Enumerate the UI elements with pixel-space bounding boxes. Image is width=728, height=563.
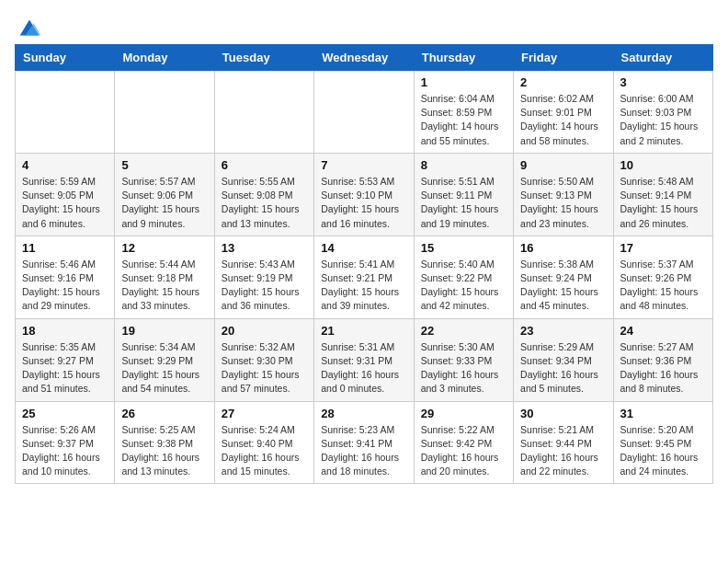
day-info: Sunrise: 5:23 AMSunset: 9:41 PMDaylight:… <box>321 423 406 479</box>
calendar-cell: 15Sunrise: 5:40 AMSunset: 9:22 PMDayligh… <box>414 236 513 318</box>
calendar-cell: 27Sunrise: 5:24 AMSunset: 9:40 PMDayligh… <box>214 401 313 484</box>
day-number: 13 <box>222 241 307 255</box>
day-number: 1 <box>421 75 506 89</box>
calendar-cell: 30Sunrise: 5:21 AMSunset: 9:44 PMDayligh… <box>514 401 613 484</box>
weekday-header-thursday: Thursday <box>414 45 513 71</box>
day-info: Sunrise: 6:00 AMSunset: 9:03 PMDaylight:… <box>620 92 706 148</box>
day-info: Sunrise: 5:31 AMSunset: 9:31 PMDaylight:… <box>321 340 406 396</box>
day-number: 24 <box>620 324 706 338</box>
day-number: 10 <box>620 158 706 172</box>
weekday-header-friday: Friday <box>514 45 613 71</box>
calendar-cell: 2Sunrise: 6:02 AMSunset: 9:01 PMDaylight… <box>514 71 613 154</box>
calendar-cell: 17Sunrise: 5:37 AMSunset: 9:26 PMDayligh… <box>613 236 712 318</box>
weekday-header-sunday: Sunday <box>16 45 115 71</box>
day-info: Sunrise: 5:53 AMSunset: 9:10 PMDaylight:… <box>321 175 406 231</box>
calendar-cell: 8Sunrise: 5:51 AMSunset: 9:11 PMDaylight… <box>414 153 513 236</box>
logo <box>15 15 42 37</box>
calendar-cell: 20Sunrise: 5:32 AMSunset: 9:30 PMDayligh… <box>214 318 313 401</box>
calendar-cell: 22Sunrise: 5:30 AMSunset: 9:33 PMDayligh… <box>414 318 513 401</box>
day-number: 5 <box>121 158 207 172</box>
day-number: 7 <box>321 158 406 172</box>
day-number: 6 <box>222 158 307 172</box>
calendar-cell <box>16 71 115 154</box>
calendar-table: SundayMondayTuesdayWednesdayThursdayFrid… <box>15 44 713 484</box>
weekday-header-tuesday: Tuesday <box>214 45 313 71</box>
day-info: Sunrise: 5:29 AMSunset: 9:34 PMDaylight:… <box>520 340 606 396</box>
week-row-2: 4Sunrise: 5:59 AMSunset: 9:05 PMDaylight… <box>16 153 713 236</box>
day-number: 16 <box>520 241 606 255</box>
calendar-cell: 4Sunrise: 5:59 AMSunset: 9:05 PMDaylight… <box>16 153 115 236</box>
day-number: 20 <box>222 324 307 338</box>
day-info: Sunrise: 5:55 AMSunset: 9:08 PMDaylight:… <box>222 175 307 231</box>
day-number: 28 <box>321 407 406 420</box>
day-info: Sunrise: 5:24 AMSunset: 9:40 PMDaylight:… <box>222 423 307 479</box>
day-number: 19 <box>121 324 207 338</box>
calendar-cell: 24Sunrise: 5:27 AMSunset: 9:36 PMDayligh… <box>613 318 712 401</box>
calendar-cell: 29Sunrise: 5:22 AMSunset: 9:42 PMDayligh… <box>414 401 513 484</box>
day-number: 21 <box>321 324 406 338</box>
day-info: Sunrise: 6:02 AMSunset: 9:01 PMDaylight:… <box>520 92 606 148</box>
day-number: 8 <box>421 158 506 172</box>
calendar-cell <box>214 71 313 154</box>
day-info: Sunrise: 5:27 AMSunset: 9:36 PMDaylight:… <box>620 340 706 396</box>
day-number: 18 <box>22 324 108 338</box>
day-number: 11 <box>22 241 108 255</box>
calendar-cell: 7Sunrise: 5:53 AMSunset: 9:10 PMDaylight… <box>314 153 414 236</box>
calendar-cell <box>115 71 214 154</box>
day-info: Sunrise: 5:59 AMSunset: 9:05 PMDaylight:… <box>22 175 108 231</box>
calendar-cell: 25Sunrise: 5:26 AMSunset: 9:37 PMDayligh… <box>16 401 115 484</box>
calendar-cell: 21Sunrise: 5:31 AMSunset: 9:31 PMDayligh… <box>314 318 414 401</box>
day-number: 4 <box>22 158 108 172</box>
day-number: 23 <box>520 324 606 338</box>
day-info: Sunrise: 5:25 AMSunset: 9:38 PMDaylight:… <box>121 423 207 479</box>
day-info: Sunrise: 5:57 AMSunset: 9:06 PMDaylight:… <box>121 175 207 231</box>
calendar-cell: 6Sunrise: 5:55 AMSunset: 9:08 PMDaylight… <box>214 153 313 236</box>
day-number: 27 <box>222 407 307 420</box>
day-number: 26 <box>121 407 207 420</box>
week-row-1: 1Sunrise: 6:04 AMSunset: 8:59 PMDaylight… <box>16 71 713 154</box>
day-number: 14 <box>321 241 406 255</box>
day-info: Sunrise: 5:48 AMSunset: 9:14 PMDaylight:… <box>620 175 706 231</box>
day-number: 15 <box>421 241 506 255</box>
day-number: 17 <box>620 241 706 255</box>
calendar-cell: 18Sunrise: 5:35 AMSunset: 9:27 PMDayligh… <box>16 318 115 401</box>
day-number: 29 <box>421 407 506 420</box>
day-info: Sunrise: 5:43 AMSunset: 9:19 PMDaylight:… <box>222 258 307 314</box>
day-number: 9 <box>520 158 606 172</box>
day-info: Sunrise: 5:34 AMSunset: 9:29 PMDaylight:… <box>121 340 207 396</box>
day-info: Sunrise: 5:26 AMSunset: 9:37 PMDaylight:… <box>22 423 108 479</box>
day-info: Sunrise: 5:44 AMSunset: 9:18 PMDaylight:… <box>121 258 207 314</box>
calendar-cell: 16Sunrise: 5:38 AMSunset: 9:24 PMDayligh… <box>514 236 613 318</box>
weekday-header-row: SundayMondayTuesdayWednesdayThursdayFrid… <box>16 45 713 71</box>
logo-icon <box>17 15 42 40</box>
weekday-header-saturday: Saturday <box>613 45 712 71</box>
calendar-cell: 3Sunrise: 6:00 AMSunset: 9:03 PMDaylight… <box>613 71 712 154</box>
day-info: Sunrise: 5:38 AMSunset: 9:24 PMDaylight:… <box>520 258 606 314</box>
calendar-cell: 12Sunrise: 5:44 AMSunset: 9:18 PMDayligh… <box>115 236 214 318</box>
day-info: Sunrise: 5:30 AMSunset: 9:33 PMDaylight:… <box>421 340 506 396</box>
day-number: 31 <box>620 407 706 420</box>
calendar-cell: 5Sunrise: 5:57 AMSunset: 9:06 PMDaylight… <box>115 153 214 236</box>
calendar-cell: 11Sunrise: 5:46 AMSunset: 9:16 PMDayligh… <box>16 236 115 318</box>
calendar-cell: 26Sunrise: 5:25 AMSunset: 9:38 PMDayligh… <box>115 401 214 484</box>
day-number: 12 <box>121 241 207 255</box>
week-row-5: 25Sunrise: 5:26 AMSunset: 9:37 PMDayligh… <box>16 401 713 484</box>
day-info: Sunrise: 5:21 AMSunset: 9:44 PMDaylight:… <box>520 423 606 479</box>
calendar-cell: 23Sunrise: 5:29 AMSunset: 9:34 PMDayligh… <box>514 318 613 401</box>
day-info: Sunrise: 5:35 AMSunset: 9:27 PMDaylight:… <box>22 340 108 396</box>
day-info: Sunrise: 5:51 AMSunset: 9:11 PMDaylight:… <box>421 175 506 231</box>
day-info: Sunrise: 5:32 AMSunset: 9:30 PMDaylight:… <box>222 340 307 396</box>
week-row-4: 18Sunrise: 5:35 AMSunset: 9:27 PMDayligh… <box>16 318 713 401</box>
day-info: Sunrise: 5:46 AMSunset: 9:16 PMDaylight:… <box>22 258 108 314</box>
calendar-cell <box>314 71 414 154</box>
week-row-3: 11Sunrise: 5:46 AMSunset: 9:16 PMDayligh… <box>16 236 713 318</box>
day-number: 22 <box>421 324 506 338</box>
day-number: 3 <box>620 75 706 89</box>
day-info: Sunrise: 5:41 AMSunset: 9:21 PMDaylight:… <box>321 258 406 314</box>
page-header <box>15 15 713 37</box>
calendar-cell: 13Sunrise: 5:43 AMSunset: 9:19 PMDayligh… <box>214 236 313 318</box>
day-number: 30 <box>520 407 606 420</box>
calendar-cell: 14Sunrise: 5:41 AMSunset: 9:21 PMDayligh… <box>314 236 414 318</box>
day-info: Sunrise: 6:04 AMSunset: 8:59 PMDaylight:… <box>421 92 506 148</box>
calendar-cell: 31Sunrise: 5:20 AMSunset: 9:45 PMDayligh… <box>613 401 712 484</box>
